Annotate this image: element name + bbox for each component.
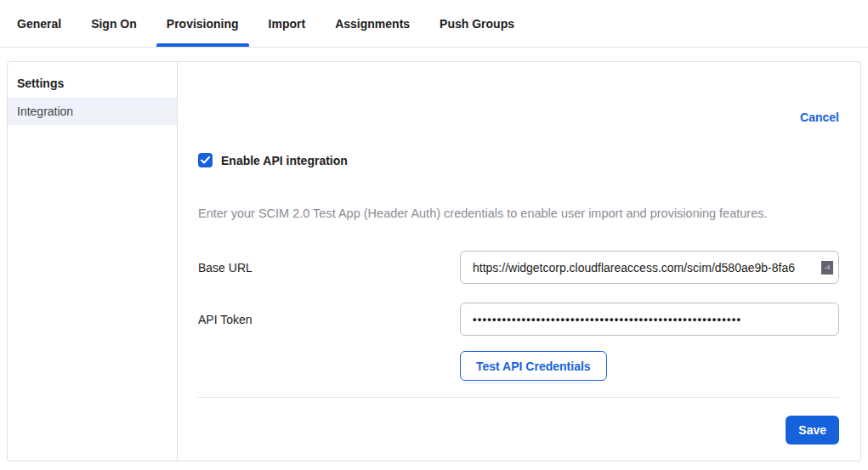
enable-api-checkbox[interactable]: [198, 153, 213, 167]
api-token-input-wrap: [460, 303, 839, 336]
provisioning-content: Settings Integration Cancel Enable API i…: [7, 61, 861, 462]
cancel-row: Cancel: [198, 110, 839, 125]
api-token-label: API Token: [198, 313, 460, 326]
base-url-input[interactable]: [460, 251, 839, 284]
save-row: Save: [198, 416, 839, 445]
tab-provisioning[interactable]: Provisioning: [156, 0, 249, 47]
settings-sidebar: Settings Integration: [8, 62, 178, 461]
api-token-input[interactable]: [460, 303, 839, 336]
base-url-label: Base URL: [198, 261, 460, 275]
integration-panel: Cancel Enable API integration Enter your…: [178, 62, 860, 461]
api-token-field-row: API Token: [198, 303, 839, 336]
save-button[interactable]: Save: [786, 416, 839, 445]
tab-general[interactable]: General: [7, 0, 71, 47]
tab-push-groups[interactable]: Push Groups: [429, 0, 525, 47]
footer-divider: [198, 397, 839, 398]
tab-sign-on[interactable]: Sign On: [81, 0, 147, 47]
sidebar-item-integration[interactable]: Integration: [8, 98, 177, 125]
base-url-input-wrap: -4: [460, 251, 839, 284]
credentials-description: Enter your SCIM 2.0 Test App (Header Aut…: [198, 207, 839, 220]
base-url-field-row: Base URL -4: [198, 251, 839, 284]
enable-api-label: Enable API integration: [221, 154, 348, 167]
tab-import[interactable]: Import: [258, 0, 316, 47]
app-tab-bar: General Sign On Provisioning Import Assi…: [0, 0, 868, 48]
cancel-link[interactable]: Cancel: [800, 110, 839, 124]
sidebar-header: Settings: [8, 70, 177, 98]
checkmark-icon: [201, 156, 210, 164]
tab-assignments[interactable]: Assignments: [325, 0, 420, 47]
test-credentials-row: Test API Credentials: [198, 351, 839, 381]
enable-api-row: Enable API integration: [198, 153, 839, 167]
truncated-text-selection: -4: [821, 261, 833, 275]
test-api-credentials-button[interactable]: Test API Credentials: [460, 351, 607, 381]
